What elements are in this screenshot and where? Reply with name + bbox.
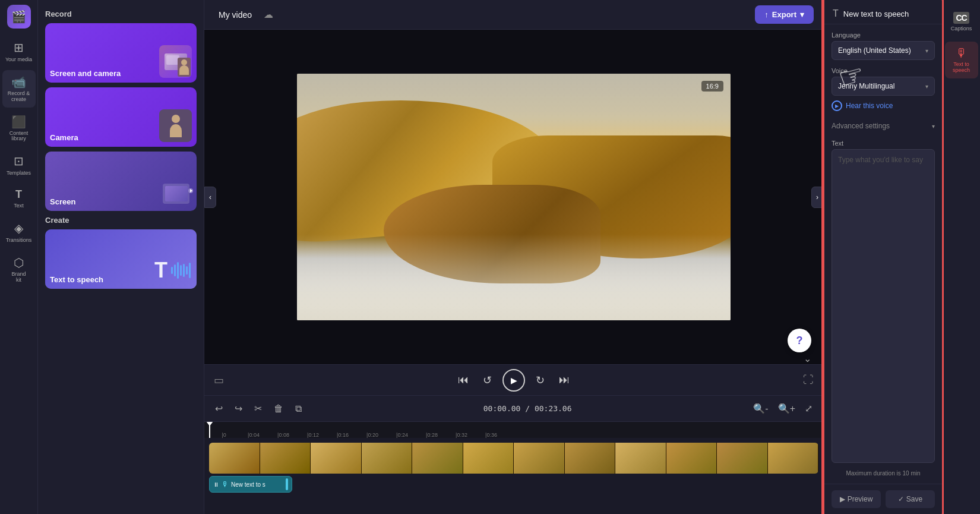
save-check-icon: ✓ (898, 495, 904, 503)
language-select[interactable]: English (United States) ▾ (832, 41, 935, 60)
film-frame (615, 443, 666, 474)
captions-icon: CC (953, 12, 969, 24)
ruler-tick-4: |0:04 (239, 432, 268, 438)
sidebar-item-content-library[interactable]: ⬛ Contentlibrary (2, 110, 36, 147)
text-to-speech-card[interactable]: Text to speech T (45, 229, 197, 289)
zoom-in-button[interactable]: 🔍+ (774, 401, 799, 417)
save-button[interactable]: ✓ Save (886, 490, 935, 508)
sidebar-item-label: Templates (7, 170, 31, 176)
cut-button[interactable]: ✂ (251, 401, 265, 417)
tts-panel-icon: T (833, 8, 839, 19)
tts-track[interactable]: ⏸ 🎙 New text to s (209, 476, 292, 493)
save-status-icon: ☁ (264, 9, 273, 20)
fit-to-window-button[interactable]: ⤢ (801, 401, 816, 417)
sidebar-item-your-media[interactable]: ⊞ Your media (2, 36, 36, 68)
screen-card[interactable]: Screen (45, 152, 197, 211)
film-frame (666, 443, 717, 474)
your-media-icon: ⊞ (14, 40, 24, 55)
sidebar-item-templates[interactable]: ⊡ Templates (2, 149, 36, 181)
collapse-right-button[interactable]: › (811, 187, 823, 208)
sidebar-item-record-create[interactable]: 📹 Record &create (2, 70, 36, 108)
video-title-button[interactable]: My video (214, 8, 257, 22)
brand-kit-icon: ⬡ (14, 256, 24, 270)
collapse-left-button[interactable]: ‹ (204, 187, 216, 208)
timeline-toolbar: ↩ ↪ ✂ 🗑 ⧉ 00:00.00 / 00:23.06 🔍- 🔍+ ⤢ (204, 395, 823, 421)
monitor-icon: ▭ (214, 374, 224, 387)
text-input[interactable] (832, 149, 935, 463)
help-button[interactable]: ? (788, 329, 811, 352)
templates-icon: ⊡ (14, 154, 24, 168)
time-display: 00:00.00 / 00:23.06 (483, 404, 572, 413)
ruler-tick-0: |0 (209, 432, 239, 438)
mist-element (297, 234, 731, 320)
playback-controls: ▭ ⏮ ↺ ▶ ↻ ⏭ ⛶ (204, 364, 823, 395)
screen-camera-card[interactable]: Screen and camera (45, 23, 197, 83)
voice-select[interactable]: Jenny Multilingual ▾ (832, 77, 935, 96)
timeline-tracks: ⏸ 🎙 New text to s (204, 438, 823, 514)
language-label: Language (832, 31, 935, 39)
ruler-tick-12: |0:12 (298, 432, 328, 438)
panel-header: T New text to speech (824, 0, 942, 24)
panel-content: Language English (United States) ▾ Voice… (824, 24, 942, 484)
captions-nav-item[interactable]: CC Captions (945, 7, 978, 37)
tts-nav-item[interactable]: 🎙 Text tospeech (945, 42, 978, 78)
sidebar-item-transitions[interactable]: ◈ Transitions (2, 216, 36, 248)
fullscreen-icon[interactable]: ⛶ (803, 374, 814, 386)
undo-button[interactable]: ↩ (211, 401, 226, 417)
save-label: Save (906, 495, 922, 503)
voice-field: Voice Jenny Multilingual ▾ ▶ Hear this v… (832, 67, 935, 112)
copy-button[interactable]: ⧉ (292, 401, 305, 417)
desert-background (297, 74, 731, 320)
film-frame (565, 443, 616, 474)
video-frame: 16:9 (297, 74, 731, 320)
export-icon: ↑ (764, 10, 769, 19)
captions-label: Captions (951, 26, 972, 32)
advanced-settings-label: Advanced settings (832, 122, 890, 130)
forward-5-button[interactable]: ↻ (532, 370, 548, 390)
ruler-tick-28: |0:28 (417, 432, 447, 438)
waveform-icon (171, 262, 191, 279)
time-separator: / (525, 404, 535, 413)
right-panel-wrapper: T New text to speech Language English (U… (823, 0, 942, 514)
film-frame (311, 443, 362, 474)
advanced-settings-row[interactable]: Advanced settings ▾ (832, 119, 935, 133)
language-value: English (United States) (838, 46, 911, 55)
delete-button[interactable]: 🗑 (270, 401, 287, 417)
sidebar-item-label: Record &create (8, 91, 30, 103)
sidebar-item-label: Brandkit (11, 272, 26, 283)
camera-thumbnail (159, 109, 192, 142)
panel-chevron-down[interactable]: ⌄ (804, 353, 811, 364)
film-frame (514, 443, 565, 474)
ruler-tick-36: |0:36 (476, 432, 506, 438)
film-frame (209, 443, 260, 474)
camera-card[interactable]: Camera (45, 87, 197, 147)
skip-forward-button[interactable]: ⏭ (555, 370, 573, 390)
video-preview: ‹ 16:9 › ? ⌄ (204, 30, 823, 364)
rewind-5-button[interactable]: ↺ (479, 370, 495, 390)
screen-camera-label: Screen and camera (50, 69, 121, 78)
preview-button[interactable]: ▶ Preview (832, 490, 881, 508)
video-track[interactable] (209, 443, 818, 474)
tts-resize-handle[interactable] (286, 478, 288, 490)
sidebar-item-text[interactable]: T Text (2, 184, 36, 214)
skip-back-button[interactable]: ⏮ (454, 370, 472, 390)
tts-t-icon: T (154, 258, 167, 283)
zoom-out-button[interactable]: 🔍- (750, 401, 772, 417)
max-duration-note: Maximum duration is 10 min (832, 470, 935, 477)
export-button[interactable]: ↑ Export ▾ (755, 5, 814, 24)
redo-button[interactable]: ↪ (231, 401, 246, 417)
sidebar-item-label: Contentlibrary (10, 131, 29, 143)
filmstrip (209, 443, 818, 474)
record-create-icon: 📹 (11, 75, 26, 89)
top-bar: My video ☁ ↑ Export ▾ (204, 0, 823, 30)
sidebar-item-brand-kit[interactable]: ⬡ Brandkit (2, 251, 36, 288)
ruler-tick-8: |0:08 (268, 432, 298, 438)
play-pause-button[interactable]: ▶ (502, 369, 525, 392)
zoom-controls: 🔍- 🔍+ ⤢ (750, 401, 816, 417)
tts-track-label: New text to s (231, 481, 265, 488)
language-dropdown-arrow: ▾ (925, 48, 928, 54)
hear-voice-button[interactable]: ▶ Hear this voice (832, 99, 893, 112)
tts-card-label: Text to speech (50, 275, 103, 284)
ruler-tick-20: |0:20 (358, 432, 387, 438)
play-circle-icon: ▶ (832, 100, 842, 111)
